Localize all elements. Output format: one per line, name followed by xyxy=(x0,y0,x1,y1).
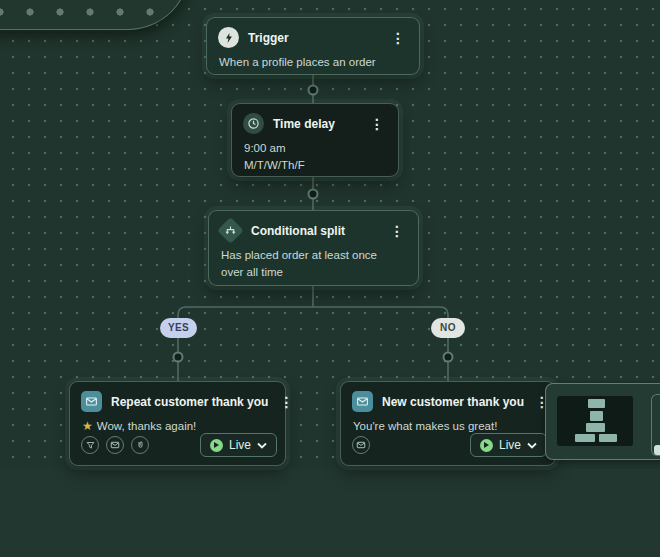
kebab-menu-icon[interactable]: ⋮ xyxy=(277,396,295,408)
minimap-node xyxy=(590,411,603,421)
branch-yes-label: YES xyxy=(160,318,197,338)
status-dropdown[interactable]: Live xyxy=(200,433,277,457)
time-delay-node[interactable]: Time delay ⋮ 9:00 am M/T/W/Th/F xyxy=(231,103,399,177)
conditional-split-node-title: Conditional split xyxy=(251,224,379,238)
kebab-menu-icon[interactable]: ⋮ xyxy=(388,225,406,237)
zoom-button[interactable] xyxy=(654,445,660,455)
connector-port xyxy=(174,353,183,362)
lightning-bolt-icon xyxy=(218,27,239,48)
repeat-email-title: Repeat customer thank you xyxy=(111,395,268,409)
minimap-node xyxy=(588,399,605,408)
live-play-icon xyxy=(210,439,223,452)
chevron-down-icon xyxy=(527,442,537,449)
new-customer-email-node[interactable]: New customer thank you ⋮ You're what mak… xyxy=(340,381,556,466)
trigger-node[interactable]: Trigger ⋮ When a profile places an order xyxy=(206,17,420,75)
repeat-customer-email-node[interactable]: Repeat customer thank you ⋮ ★ Wow, thank… xyxy=(69,381,286,466)
zoom-controls[interactable] xyxy=(651,394,660,456)
branch-split-icon xyxy=(217,217,244,244)
time-delay-node-title: Time delay xyxy=(273,117,359,131)
new-email-title: New customer thank you xyxy=(382,395,524,409)
connector-port xyxy=(444,353,453,362)
minimap[interactable] xyxy=(545,383,660,460)
paperclip-icon[interactable] xyxy=(131,436,149,454)
time-delay-time: 9:00 am xyxy=(244,140,386,157)
kebab-menu-icon[interactable]: ⋮ xyxy=(389,32,407,44)
live-play-icon xyxy=(480,439,493,452)
trigger-node-description: When a profile places an order xyxy=(207,51,419,79)
envelope-icon[interactable] xyxy=(106,436,124,454)
minimap-viewport xyxy=(557,396,633,446)
trigger-node-title: Trigger xyxy=(248,31,380,45)
connector-port xyxy=(309,86,318,95)
conditional-split-node[interactable]: Conditional split ⋮ Has placed order at … xyxy=(208,210,419,286)
filter-funnel-icon[interactable] xyxy=(81,436,99,454)
email-icon xyxy=(352,391,373,412)
status-label: Live xyxy=(229,438,251,452)
connector-port xyxy=(309,190,318,199)
kebab-menu-icon[interactable]: ⋮ xyxy=(368,118,386,130)
envelope-icon[interactable] xyxy=(352,436,370,454)
conditional-split-description: Has placed order at least once over all … xyxy=(209,244,409,288)
minimap-node xyxy=(575,434,595,442)
email-icon xyxy=(81,391,102,412)
clock-icon xyxy=(243,113,264,134)
chevron-down-icon xyxy=(257,442,267,449)
minimap-node xyxy=(599,434,617,442)
branch-no-label: NO xyxy=(431,318,465,338)
status-label: Live xyxy=(499,438,521,452)
status-dropdown[interactable]: Live xyxy=(470,433,547,457)
time-delay-days: M/T/W/Th/F xyxy=(244,157,386,174)
minimap-node xyxy=(586,423,605,432)
